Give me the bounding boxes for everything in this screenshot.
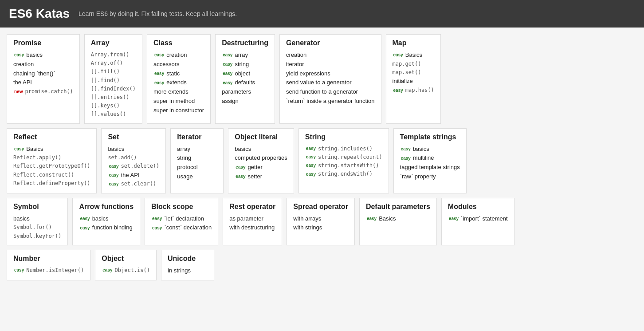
list-item[interactable]: easyarray: [222, 51, 268, 60]
list-item[interactable]: easysetter: [235, 172, 287, 181]
list-item[interactable]: the API: [13, 78, 73, 87]
card-2-0[interactable]: SymbolbasicsSymbol.for()Symbol.keyFor(): [7, 198, 68, 245]
card-2-1[interactable]: Arrow functionseasybasicseasyfunction bi…: [72, 198, 140, 245]
list-item[interactable]: Reflect.apply(): [13, 154, 90, 162]
list-item[interactable]: easyset.clear(): [108, 180, 159, 188]
list-item[interactable]: set.add(): [108, 154, 159, 162]
card-0-0[interactable]: Promiseeasybasicscreationchaining `then(…: [7, 34, 80, 124]
list-item[interactable]: easy`let` declaration: [151, 214, 212, 224]
list-item[interactable]: super in constructor: [153, 106, 204, 115]
list-item[interactable]: string: [177, 154, 217, 163]
list-item[interactable]: easythe API: [108, 171, 159, 180]
list-item[interactable]: easyfunction binding: [79, 223, 134, 232]
card-3-0[interactable]: NumbereasyNumber.isInteger(): [7, 250, 90, 280]
list-item[interactable]: [].entries(): [91, 93, 136, 102]
list-item[interactable]: easystring.repeat(count): [305, 153, 382, 162]
card-1-2[interactable]: Iteratorarraystringprotocolusage: [170, 128, 224, 193]
list-item[interactable]: easyBasics: [366, 214, 430, 224]
list-item[interactable]: [].values(): [91, 110, 136, 118]
card-2-2[interactable]: Block scopeeasy`let` declarationeasy`con…: [145, 198, 218, 245]
list-item[interactable]: creation: [286, 51, 374, 60]
list-item[interactable]: parameters: [222, 87, 268, 97]
list-item[interactable]: easyextends: [153, 78, 204, 87]
list-item[interactable]: Symbol.for(): [13, 223, 61, 232]
list-item[interactable]: easyBasics: [393, 51, 434, 60]
list-item[interactable]: array: [177, 145, 217, 154]
list-item[interactable]: easybasics: [400, 145, 460, 154]
card-0-4[interactable]: Generatorcreationiteratoryield expressio…: [279, 34, 381, 124]
list-item[interactable]: send value to a generator: [286, 78, 374, 87]
list-item[interactable]: easydefaults: [222, 78, 268, 87]
list-item[interactable]: tagged template strings: [400, 163, 460, 172]
list-item[interactable]: easymultiline: [400, 154, 460, 163]
list-item[interactable]: easyset.delete(): [108, 162, 159, 170]
list-item[interactable]: easyNumber.isInteger(): [13, 266, 84, 275]
list-item[interactable]: more extends: [153, 87, 204, 97]
list-item[interactable]: easystring.startsWith(): [305, 162, 382, 170]
card-2-3[interactable]: Rest operatoras parameterwith destructur…: [223, 198, 282, 245]
list-item[interactable]: easycreation: [153, 51, 204, 60]
list-item[interactable]: basics: [108, 145, 159, 154]
list-item[interactable]: as parameter: [229, 214, 275, 224]
card-2-5[interactable]: Default parameterseasyBasics: [359, 198, 437, 245]
card-3-1[interactable]: ObjecteasyObject.is(): [95, 250, 157, 280]
list-item[interactable]: map.get(): [393, 60, 434, 68]
list-item[interactable]: Symbol.keyFor(): [13, 232, 61, 240]
list-item[interactable]: assign: [222, 97, 268, 106]
card-0-5[interactable]: MapeasyBasicsmap.get()map.set()initializ…: [386, 34, 441, 124]
list-item[interactable]: creation: [13, 60, 73, 69]
list-item[interactable]: with strings: [293, 223, 348, 232]
list-item[interactable]: map.set(): [393, 68, 434, 77]
list-item[interactable]: usage: [177, 172, 217, 181]
list-item[interactable]: Reflect.construct(): [13, 171, 90, 179]
list-item[interactable]: chaining `then()`: [13, 69, 73, 79]
list-item[interactable]: yield expressions: [286, 69, 374, 79]
list-item[interactable]: send function to a generator: [286, 87, 374, 97]
list-item[interactable]: easybasics: [79, 214, 134, 224]
card-3-2[interactable]: Unicodein strings: [161, 250, 214, 280]
list-item[interactable]: easymap.has(): [393, 86, 434, 95]
list-item[interactable]: iterator: [286, 60, 374, 69]
card-0-3[interactable]: Destructuringeasyarrayeasystringeasyobje…: [215, 34, 275, 124]
list-item[interactable]: with destructuring: [229, 223, 275, 232]
card-0-1[interactable]: ArrayArray.from()Array.of()[].fill()[].f…: [84, 34, 142, 124]
card-2-6[interactable]: Moduleseasy`import` statement: [441, 198, 514, 245]
list-item[interactable]: easy`import` statement: [448, 214, 508, 224]
card-1-1[interactable]: Setbasicsset.add()easyset.delete()easyth…: [101, 128, 166, 193]
card-1-3[interactable]: Object literalbasicscomputed propertiese…: [228, 128, 294, 193]
list-item[interactable]: easyobject: [222, 69, 268, 79]
list-item[interactable]: easyObject.is(): [102, 266, 150, 275]
list-item[interactable]: [].findIndex(): [91, 85, 136, 93]
list-item[interactable]: easystring.includes(): [305, 145, 382, 153]
list-item[interactable]: Reflect.getPrototypeOf(): [13, 162, 90, 170]
list-item[interactable]: easybasics: [13, 51, 73, 60]
list-item[interactable]: Array.of(): [91, 59, 136, 67]
list-item[interactable]: `raw` property: [400, 172, 460, 181]
list-item[interactable]: [].keys(): [91, 102, 136, 110]
list-item[interactable]: Reflect.defineProperty(): [13, 179, 90, 188]
list-item[interactable]: Array.from(): [91, 51, 136, 59]
list-item[interactable]: with arrays: [293, 214, 348, 224]
list-item[interactable]: computed properties: [235, 154, 287, 163]
list-item[interactable]: easystring: [222, 60, 268, 69]
list-item[interactable]: in strings: [168, 266, 208, 276]
card-0-2[interactable]: Classeasycreationaccessorseasystaticeasy…: [147, 34, 211, 124]
list-item[interactable]: initialize: [393, 77, 434, 86]
list-item[interactable]: [].find(): [91, 76, 136, 85]
list-item[interactable]: easygetter: [235, 163, 287, 172]
card-2-4[interactable]: Spread operatorwith arrayswith strings: [287, 198, 355, 245]
card-1-4[interactable]: Stringeasystring.includes()easystring.re…: [298, 128, 389, 193]
list-item[interactable]: protocol: [177, 163, 217, 172]
list-item[interactable]: easystatic: [153, 69, 204, 79]
list-item[interactable]: `return` inside a generator function: [286, 97, 374, 106]
list-item[interactable]: basics: [13, 214, 61, 224]
list-item[interactable]: easystring.endsWith(): [305, 170, 382, 178]
list-item[interactable]: accessors: [153, 60, 204, 69]
list-item[interactable]: super in method: [153, 97, 204, 106]
list-item[interactable]: newpromise.catch(): [13, 87, 73, 96]
card-1-5[interactable]: Template stringseasybasicseasymultilinet…: [393, 128, 467, 193]
card-1-0[interactable]: ReflecteasyBasicsReflect.apply()Reflect.…: [7, 128, 97, 193]
list-item[interactable]: easyBasics: [13, 145, 90, 154]
list-item[interactable]: [].fill(): [91, 67, 136, 76]
list-item[interactable]: easy`const` declaration: [151, 223, 212, 232]
